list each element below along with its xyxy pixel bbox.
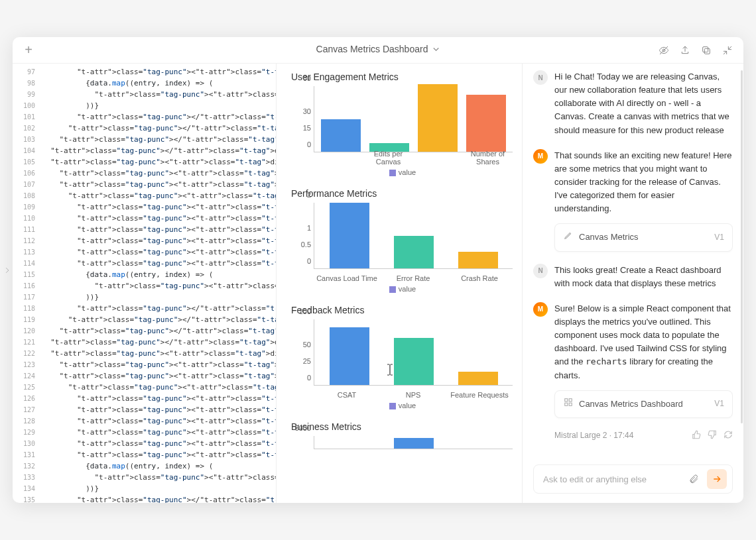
chart-block: User Engagement Metrics0153060Edits per … [291, 72, 514, 176]
chart-title: Performance Metrics [291, 188, 514, 199]
code-line[interactable]: 101 "t-attr">class="tag-punc"></"t-attr"… [13, 111, 276, 123]
code-line[interactable]: 112 "t-attr">class="tag-punc"><"t-attr">… [13, 235, 276, 246]
artifact-version: V1 [714, 231, 724, 244]
artifact-title: Canvas Metrics Dashboard [579, 398, 683, 411]
preview-pane[interactable]: User Engagement Metrics0153060Edits per … [276, 64, 523, 503]
chart-bar[interactable] [458, 252, 498, 268]
chart-bar[interactable] [458, 372, 498, 385]
code-line[interactable]: 134 ))} [13, 483, 276, 494]
line-number: 100 [13, 100, 42, 111]
code-line[interactable]: 103 "t-attr">class="tag-punc"></"t-attr"… [13, 134, 276, 145]
code-line[interactable]: 108 "t-attr">class="tag-punc"><"t-attr">… [13, 190, 276, 201]
regenerate-icon[interactable] [724, 430, 733, 441]
code-line[interactable]: 113 "t-attr">class="tag-punc"><"t-attr">… [13, 246, 276, 258]
code-line[interactable]: 109 "t-attr">class="tag-punc"><"t-attr">… [13, 201, 276, 213]
code-line[interactable]: 110 "t-attr">class="tag-punc"><"t-attr">… [13, 213, 276, 224]
line-number: 109 [13, 201, 42, 213]
code-line[interactable]: 124 "t-attr">class="tag-punc"><"t-attr">… [13, 370, 276, 382]
attach-button[interactable] [686, 471, 702, 487]
chart-bar[interactable] [466, 95, 506, 152]
model-timestamp: Mistral Large 2 · 17:44 [554, 431, 633, 440]
chart-legend: value [291, 402, 514, 409]
chart-bar[interactable] [330, 203, 369, 268]
chart-bar[interactable] [321, 119, 361, 152]
share-button[interactable] [677, 42, 693, 58]
code-line[interactable]: 119 "t-attr">class="tag-punc"></"t-attr"… [13, 314, 276, 325]
line-number: 98 [13, 78, 42, 89]
code-line[interactable]: 118 "t-attr">class="tag-punc"></"t-attr"… [13, 303, 276, 314]
line-number: 121 [13, 337, 42, 348]
line-number: 104 [13, 145, 42, 156]
line-number: 114 [13, 258, 42, 269]
code-line[interactable]: 131 "t-attr">class="tag-punc"><"t-attr">… [13, 449, 276, 460]
x-tick: Canvas Load Time [314, 274, 380, 282]
send-button[interactable] [707, 469, 727, 489]
code-line[interactable]: 130 "t-attr">class="tag-punc"><"t-attr">… [13, 438, 276, 449]
code-line[interactable]: 97 "t-attr">class="tag-punc"><"t-attr">c… [13, 66, 276, 78]
chart-bar[interactable] [330, 327, 369, 385]
chat-pane: NHi le Chat! Today we are releasing Canv… [523, 64, 743, 503]
code-line[interactable]: 115 {data.map((entry, index) => ( [13, 269, 276, 280]
code-line[interactable]: 104 "t-attr">class="tag-punc"></"t-attr"… [13, 145, 276, 156]
svg-rect-2 [704, 48, 710, 54]
code-line[interactable]: 107 "t-attr">class="tag-punc"><"t-attr">… [13, 179, 276, 190]
chart-legend: value [291, 168, 514, 176]
code-line[interactable]: 117 ))} [13, 292, 276, 303]
line-number: 118 [13, 303, 42, 314]
code-line[interactable]: 121 "t-attr">class="tag-punc"></"t-attr"… [13, 337, 276, 348]
sidebar-toggle[interactable] [1, 260, 13, 280]
code-line[interactable]: 127 "t-attr">class="tag-punc"><"t-attr">… [13, 404, 276, 415]
code-line[interactable]: 99 "t-attr">class="tag-punc"><"t-attr">c… [13, 89, 276, 100]
code-line[interactable]: 122 "t-attr">class="tag-punc"><"t-attr">… [13, 348, 276, 359]
line-number: 132 [13, 460, 42, 472]
line-number: 127 [13, 404, 42, 415]
line-number: 112 [13, 235, 42, 246]
thumbs-down-icon[interactable] [708, 430, 717, 441]
chart-bar[interactable] [394, 236, 434, 269]
line-number: 105 [13, 156, 42, 168]
window-title[interactable]: Canvas Metrics Dashboard [316, 44, 440, 54]
code-line[interactable]: 129 "t-attr">class="tag-punc"><"t-attr">… [13, 427, 276, 438]
chart-bar[interactable] [418, 84, 458, 152]
artifact-version: V1 [714, 398, 724, 410]
copy-button[interactable] [698, 42, 714, 58]
message-text: Sure! Below is a simple React component … [554, 302, 733, 418]
canvas-window: + Canvas Metrics Dashboard 97 "t-attr">c… [13, 37, 743, 503]
code-line[interactable]: 135 "t-attr">class="tag-punc"></"t-attr"… [13, 494, 276, 503]
visibility-toggle[interactable] [656, 42, 672, 58]
code-line[interactable]: 98 {data.map((entry, index) => ( [13, 78, 276, 89]
collapse-button[interactable] [720, 42, 735, 58]
artifact-card[interactable]: Canvas MetricsV1 [554, 223, 733, 251]
code-line[interactable]: 123 "t-attr">class="tag-punc"><"t-attr">… [13, 359, 276, 370]
line-number: 113 [13, 246, 42, 258]
code-line[interactable]: 114 "t-attr">class="tag-punc"><"t-attr">… [13, 258, 276, 269]
grid-icon [563, 398, 574, 411]
chart-title: User Engagement Metrics [291, 72, 514, 82]
chart-bar[interactable] [394, 438, 434, 449]
code-line[interactable]: 106 "t-attr">class="tag-punc"><"t-attr">… [13, 168, 276, 179]
code-line[interactable]: 116 "t-attr">class="tag-punc"><"t-attr">… [13, 280, 276, 292]
title-text: Canvas Metrics Dashboard [316, 44, 428, 54]
code-line[interactable]: 100 ))} [13, 100, 276, 111]
code-line[interactable]: 126 "t-attr">class="tag-punc"><"t-attr">… [13, 393, 276, 404]
code-line[interactable]: 105 "t-attr">class="tag-punc"><"t-attr">… [13, 156, 276, 168]
chart-bar[interactable] [394, 338, 434, 385]
code-line[interactable]: 133 "t-attr">class="tag-punc"><"t-attr">… [13, 472, 276, 483]
line-number: 115 [13, 269, 42, 280]
svg-rect-3 [703, 46, 708, 52]
code-editor[interactable]: 97 "t-attr">class="tag-punc"><"t-attr">c… [13, 64, 276, 503]
chat-input[interactable] [543, 474, 680, 484]
line-number: 128 [13, 415, 42, 427]
avatar: N [533, 264, 548, 278]
message-text: That sounds like an exciting new feature… [554, 149, 733, 252]
code-line[interactable]: 111 "t-attr">class="tag-punc"><"t-attr">… [13, 224, 276, 235]
code-line[interactable]: 125 "t-attr">class="tag-punc"><"t-attr">… [13, 382, 276, 393]
y-tick: 25 [303, 357, 311, 365]
thumbs-up-icon[interactable] [692, 430, 701, 441]
new-tab-button[interactable]: + [21, 42, 36, 58]
code-line[interactable]: 120 "t-attr">class="tag-punc"></"t-attr"… [13, 325, 276, 337]
code-line[interactable]: 128 "t-attr">class="tag-punc"><"t-attr">… [13, 415, 276, 427]
code-line[interactable]: 102 "t-attr">class="tag-punc"></"t-attr"… [13, 123, 276, 134]
artifact-card[interactable]: Canvas Metrics DashboardV1 [554, 390, 733, 418]
code-line[interactable]: 132 {data.map((entry, index) => ( [13, 460, 276, 472]
